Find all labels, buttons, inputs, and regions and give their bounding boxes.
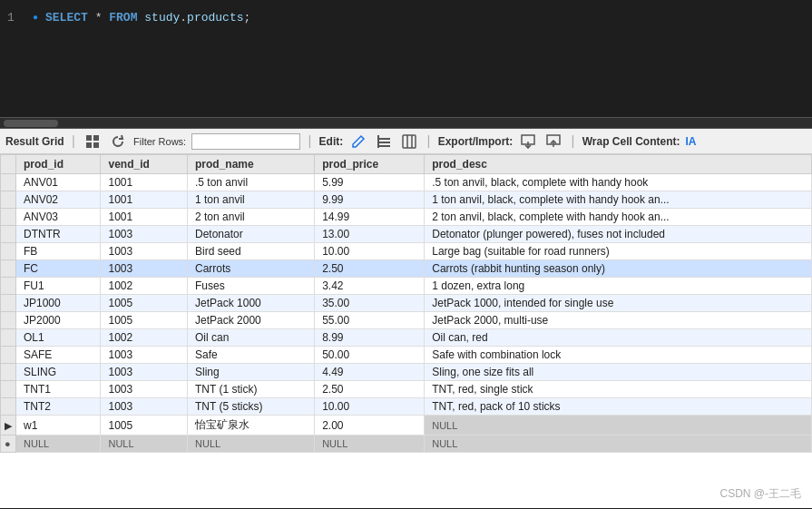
cell-vend-id[interactable]: 1001 [101,209,188,226]
table-row[interactable]: ●NULLNULLNULLNULLNULL [1,436,812,453]
export-icon[interactable] [518,133,538,150]
cell-prod-name[interactable]: Detonator [188,226,315,243]
cell-vend-id[interactable]: 1005 [101,416,188,436]
cell-prod-price[interactable]: 5.99 [315,174,425,191]
cell-prod-id[interactable]: SAFE [16,347,101,364]
scroll-thumb[interactable] [4,120,58,127]
cell-vend-id[interactable]: 1005 [101,295,188,312]
sql-editor[interactable]: 1 ● SELECT * FROM study.products; [0,0,812,118]
refresh-icon[interactable] [108,133,128,150]
cell-prod-desc[interactable]: JetPack 1000, intended for single use [425,295,812,312]
wrap-icon[interactable]: IA [686,135,697,148]
cell-prod-desc[interactable]: Large bag (suitable for road runners) [425,243,812,260]
cell-prod-price[interactable]: 3.42 [315,278,425,295]
edit-pencil-icon[interactable] [348,133,368,150]
cell-prod-desc[interactable]: TNT, red, pack of 10 sticks [425,398,812,416]
cell-prod-name[interactable]: Carrots [188,260,315,278]
cell-prod-id[interactable]: DTNTR [16,226,101,243]
cell-prod-id[interactable]: FU1 [16,278,101,295]
cell-prod-price[interactable]: 9.99 [315,191,425,209]
cell-prod-price[interactable]: 35.00 [315,295,425,312]
table-row[interactable]: ANV011001.5 ton anvil5.99.5 ton anvil, b… [1,174,812,191]
cell-prod-desc[interactable]: Sling, one size fits all [425,364,812,381]
table-row[interactable]: SAFE1003Safe50.00Safe with combination l… [1,347,812,364]
cell-prod-name[interactable]: Bird seed [188,243,315,260]
cell-prod-name[interactable]: JetPack 2000 [188,312,315,329]
cell-prod-name[interactable]: 1 ton anvil [188,191,315,209]
cell-prod-desc[interactable]: 1 dozen, extra long [425,278,812,295]
table-row[interactable]: ▶w11005怡宝矿泉水2.00NULL [1,416,812,436]
cell-prod-name[interactable]: Safe [188,347,315,364]
cell-prod-price[interactable]: NULL [315,436,425,453]
cell-prod-id[interactable]: TNT1 [16,381,101,398]
cell-vend-id[interactable]: 1001 [101,191,188,209]
cell-vend-id[interactable]: 1001 [101,174,188,191]
cell-vend-id[interactable]: 1003 [101,398,188,416]
cell-prod-desc[interactable]: Detonator (plunger powered), fuses not i… [425,226,812,243]
cell-prod-id[interactable]: JP1000 [16,295,101,312]
import-icon[interactable] [543,133,563,150]
table-row[interactable]: SLING1003Sling4.49Sling, one size fits a… [1,364,812,381]
cell-prod-id[interactable]: ANV01 [16,174,101,191]
edit-table-icon[interactable] [374,133,394,150]
table-row[interactable]: FB1003Bird seed10.00Large bag (suitable … [1,243,812,260]
cell-prod-desc[interactable]: .5 ton anvil, black, complete with handy… [425,174,812,191]
table-row[interactable]: FC1003Carrots2.50Carrots (rabbit hunting… [1,260,812,278]
cell-prod-price[interactable]: 50.00 [315,347,425,364]
cell-prod-name[interactable]: Oil can [188,329,315,347]
cell-prod-desc[interactable]: TNT, red, single stick [425,381,812,398]
table-row[interactable]: JP20001005JetPack 200055.00JetPack 2000,… [1,312,812,329]
cell-prod-desc[interactable]: JetPack 2000, multi-use [425,312,812,329]
cell-prod-id[interactable]: TNT2 [16,398,101,416]
table-row[interactable]: ANV0210011 ton anvil9.991 ton anvil, bla… [1,191,812,209]
cell-prod-name[interactable]: 怡宝矿泉水 [188,416,315,436]
table-container[interactable]: prod_id vend_id prod_name prod_price pro… [0,154,812,508]
cell-vend-id[interactable]: 1003 [101,347,188,364]
cell-prod-price[interactable]: 13.00 [315,226,425,243]
cell-prod-name[interactable]: Fuses [188,278,315,295]
filter-input[interactable] [191,133,300,150]
cell-prod-desc[interactable]: NULL [425,416,812,436]
cell-prod-price[interactable]: 14.99 [315,209,425,226]
cell-vend-id[interactable]: NULL [101,436,188,453]
cell-prod-desc[interactable]: Oil can, red [425,329,812,347]
table-row[interactable]: TNT11003TNT (1 stick)2.50TNT, red, singl… [1,381,812,398]
cell-prod-id[interactable]: w1 [16,416,101,436]
cell-prod-name[interactable]: 2 ton anvil [188,209,315,226]
cell-prod-name[interactable]: NULL [188,436,315,453]
cell-prod-id[interactable]: JP2000 [16,312,101,329]
cell-prod-name[interactable]: TNT (1 stick) [188,381,315,398]
cell-prod-id[interactable]: ANV03 [16,209,101,226]
cell-prod-price[interactable]: 2.00 [315,416,425,436]
cell-prod-id[interactable]: FC [16,260,101,278]
table-row[interactable]: DTNTR1003Detonator13.00Detonator (plunge… [1,226,812,243]
cell-prod-price[interactable]: 10.00 [315,398,425,416]
grid-icon[interactable] [83,133,103,150]
cell-prod-price[interactable]: 2.50 [315,260,425,278]
cell-prod-id[interactable]: ANV02 [16,191,101,209]
cell-prod-id[interactable]: NULL [16,436,101,453]
cell-vend-id[interactable]: 1005 [101,312,188,329]
cell-prod-price[interactable]: 55.00 [315,312,425,329]
editor-scrollbar[interactable] [0,118,812,129]
cell-prod-desc[interactable]: 1 ton anvil, black, complete with handy … [425,191,812,209]
table-row[interactable]: JP10001005JetPack 100035.00JetPack 1000,… [1,295,812,312]
cell-prod-id[interactable]: OL1 [16,329,101,347]
cell-prod-name[interactable]: JetPack 1000 [188,295,315,312]
cell-prod-desc[interactable]: Safe with combination lock [425,347,812,364]
cell-prod-price[interactable]: 2.50 [315,381,425,398]
table-row[interactable]: FU11002Fuses3.421 dozen, extra long [1,278,812,295]
cell-prod-id[interactable]: SLING [16,364,101,381]
cell-vend-id[interactable]: 1003 [101,226,188,243]
cell-prod-desc[interactable]: Carrots (rabbit hunting season only) [425,260,812,278]
edit-columns-icon[interactable] [399,133,419,150]
cell-vend-id[interactable]: 1003 [101,243,188,260]
cell-vend-id[interactable]: 1002 [101,329,188,347]
cell-vend-id[interactable]: 1003 [101,381,188,398]
cell-prod-name[interactable]: TNT (5 sticks) [188,398,315,416]
cell-prod-price[interactable]: 10.00 [315,243,425,260]
cell-vend-id[interactable]: 1003 [101,364,188,381]
cell-vend-id[interactable]: 1002 [101,278,188,295]
cell-prod-name[interactable]: Sling [188,364,315,381]
cell-vend-id[interactable]: 1003 [101,260,188,278]
